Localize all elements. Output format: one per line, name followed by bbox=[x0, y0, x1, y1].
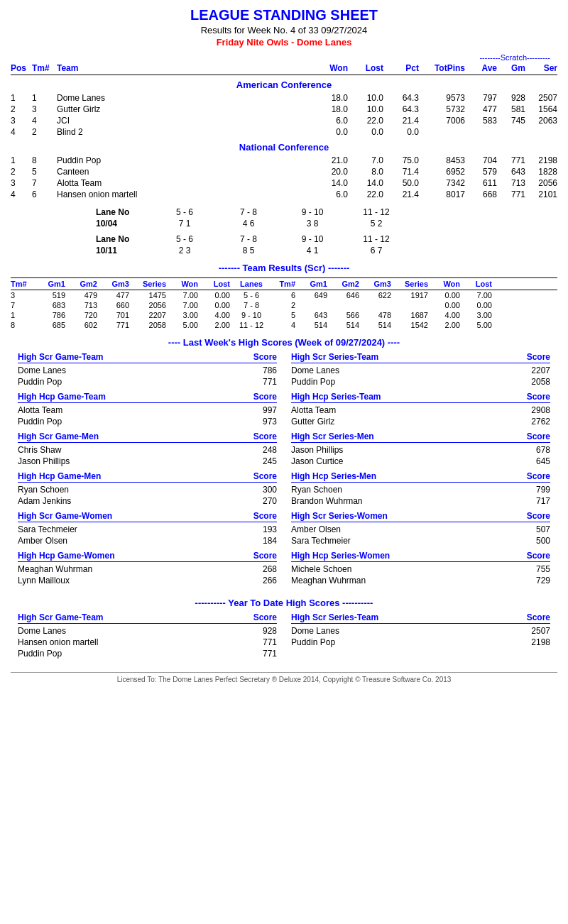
col-won: 21.0 bbox=[309, 155, 348, 165]
hs-row: Ryan Schoen 799 bbox=[291, 484, 550, 495]
hs-name: Hansen onion martell bbox=[18, 637, 241, 647]
col-totpins: 9573 bbox=[419, 93, 465, 103]
hs-cat-name: High Hcp Game-Team bbox=[18, 392, 106, 402]
hs-category: High Scr Series-Team Score Dome Lanes 22… bbox=[291, 352, 550, 387]
col-pos: 1 bbox=[11, 155, 32, 165]
national-conference-teams: 1 8 Puddin Pop 21.0 7.0 75.0 8453 704 77… bbox=[11, 155, 557, 200]
col-lost-header: Lost bbox=[348, 63, 383, 73]
col-pos: 1 bbox=[11, 93, 32, 103]
col-team: JCI bbox=[57, 116, 309, 126]
hs-score-label: Score bbox=[527, 471, 550, 481]
col-ave: 797 bbox=[465, 93, 497, 103]
tr-won-header: Won bbox=[166, 280, 198, 288]
hs-cat-name: High Scr Series-Women bbox=[291, 511, 388, 521]
hs-name: Dome Lanes bbox=[18, 365, 241, 375]
col-ser-header: Ser bbox=[525, 63, 557, 73]
hs-name: Alotta Team bbox=[18, 405, 241, 415]
hs-cat-title: High Scr Series-Women Score bbox=[291, 511, 550, 522]
last-week-right-col: High Scr Series-Team Score Dome Lanes 22… bbox=[291, 352, 550, 590]
col-ser: 2101 bbox=[525, 189, 557, 199]
hs-score: 184 bbox=[241, 536, 277, 546]
hs-row: Michele Schoen 755 bbox=[291, 563, 550, 575]
hs-score-label: Score bbox=[253, 612, 277, 622]
col-pct: 50.0 bbox=[383, 178, 419, 188]
lane-col-header: 11 - 12 bbox=[344, 207, 408, 217]
tr-lanes-header: Lanes bbox=[230, 280, 273, 288]
hs-score: 717 bbox=[515, 496, 550, 506]
hs-category: High Hcp Series-Women Score Michele Scho… bbox=[291, 551, 550, 586]
hs-name: Puddin Pop bbox=[18, 417, 241, 427]
hs-score-label: Score bbox=[527, 392, 550, 402]
hs-score: 266 bbox=[241, 576, 277, 585]
hs-row: Brandon Wuhrman 717 bbox=[291, 495, 550, 507]
col-lost: 14.0 bbox=[348, 178, 383, 188]
col-pos: 3 bbox=[11, 178, 32, 188]
hs-category: High Scr Game-Women Score Sara Techmeier… bbox=[18, 511, 277, 546]
col-ser: 1828 bbox=[525, 167, 557, 177]
hs-row: Gutter Girlz 2762 bbox=[291, 416, 550, 427]
hs-category: High Scr Game-Team Score Dome Lanes 786 … bbox=[18, 352, 277, 387]
col-lost: 22.0 bbox=[348, 189, 383, 199]
hs-score: 2058 bbox=[515, 377, 550, 387]
col-gm: 643 bbox=[497, 167, 525, 177]
page-title: LEAGUE STANDING SHEET bbox=[11, 7, 557, 23]
hs-cat-name: High Hcp Game-Women bbox=[18, 551, 114, 561]
hs-category: High Scr Series-Men Score Jason Phillips… bbox=[291, 431, 550, 467]
national-conference-title: National Conference bbox=[11, 138, 557, 155]
col-won: 14.0 bbox=[309, 178, 348, 188]
lane-data-col: 6 7 bbox=[344, 246, 408, 255]
table-row: 2 3 Gutter Girlz 18.0 10.0 64.3 5732 477… bbox=[11, 104, 557, 115]
hs-cat-name: High Hcp Series-Team bbox=[291, 392, 381, 402]
tr-gm2-header: Gm2 bbox=[65, 280, 97, 288]
hs-cat-title: High Scr Series-Team Score bbox=[291, 612, 550, 624]
hs-category: High Scr Series-Women Score Amber Olsen … bbox=[291, 511, 550, 546]
hs-score: 771 bbox=[241, 649, 277, 659]
hs-name: Adam Jenkins bbox=[18, 496, 241, 506]
hs-name: Ryan Schoen bbox=[291, 485, 515, 495]
lane-col-header: 5 - 6 bbox=[153, 234, 217, 244]
subtitle2: Friday Nite Owls - Dome Lanes bbox=[11, 37, 557, 48]
hs-category: High Scr Game-Team Score Dome Lanes 928 … bbox=[18, 612, 277, 659]
col-pct: 21.4 bbox=[383, 189, 419, 199]
col-pct-header: Pct bbox=[383, 63, 419, 73]
footer: Licensed To: The Dome Lanes Perfect Secr… bbox=[11, 672, 557, 683]
col-pct: 21.4 bbox=[383, 116, 419, 126]
lane-data-col: 8 5 bbox=[217, 246, 280, 255]
hs-name: Puddin Pop bbox=[291, 377, 515, 387]
col-team: Gutter Girlz bbox=[57, 104, 309, 114]
hs-row: Amber Olsen 184 bbox=[18, 535, 277, 546]
tr-tm2-header: Tm# bbox=[273, 280, 295, 288]
col-totpins-header: TotPins bbox=[419, 63, 465, 73]
lane-data-col: 4 1 bbox=[280, 246, 344, 255]
table-row: 3 7 Alotta Team 14.0 14.0 50.0 7342 611 … bbox=[11, 177, 557, 189]
hs-row: Hansen onion martell 771 bbox=[18, 637, 277, 648]
col-ave: 668 bbox=[465, 189, 497, 199]
tr-lostb-header: Lost bbox=[460, 280, 492, 288]
hs-row: Sara Techmeier 193 bbox=[18, 524, 277, 535]
hs-score: 729 bbox=[515, 576, 550, 585]
hs-row: Dome Lanes 786 bbox=[18, 365, 277, 376]
col-pct: 64.3 bbox=[383, 104, 419, 114]
hs-category: High Hcp Game-Team Score Alotta Team 997… bbox=[18, 392, 277, 427]
tr-wonb-header: Won bbox=[428, 280, 460, 288]
col-ave-header: Ave bbox=[465, 63, 497, 73]
col-won: 6.0 bbox=[309, 189, 348, 199]
hs-row: Puddin Pop 2058 bbox=[291, 376, 550, 387]
lane-section-2: Lane No 5 - 67 - 89 - 1011 - 12 10/11 2 … bbox=[11, 234, 557, 255]
lane-section-1: Lane No 5 - 67 - 89 - 1011 - 12 10/04 7 … bbox=[11, 207, 557, 229]
tr-gm2b-header: Gm2 bbox=[327, 280, 359, 288]
hs-score-label: Score bbox=[527, 352, 550, 362]
col-ser: 2198 bbox=[525, 155, 557, 165]
hs-score: 248 bbox=[241, 445, 277, 455]
table-row: 3 4 JCI 6.0 22.0 21.4 7006 583 745 2063 bbox=[11, 115, 557, 126]
tr-series-header: Series bbox=[129, 280, 166, 288]
hs-score: 2762 bbox=[515, 417, 550, 427]
col-ser: 1564 bbox=[525, 104, 557, 114]
col-tm-header: Tm# bbox=[32, 63, 57, 73]
hs-name: Lynn Mailloux bbox=[18, 576, 241, 585]
col-ser: 2507 bbox=[525, 93, 557, 103]
table-row: 8 685 602 771 2058 5.00 2.00 11 - 12 4 5… bbox=[11, 320, 557, 330]
tr-gm1-header: Gm1 bbox=[33, 280, 65, 288]
last-week-scores: High Scr Game-Team Score Dome Lanes 786 … bbox=[11, 352, 557, 590]
col-gm bbox=[497, 127, 525, 137]
